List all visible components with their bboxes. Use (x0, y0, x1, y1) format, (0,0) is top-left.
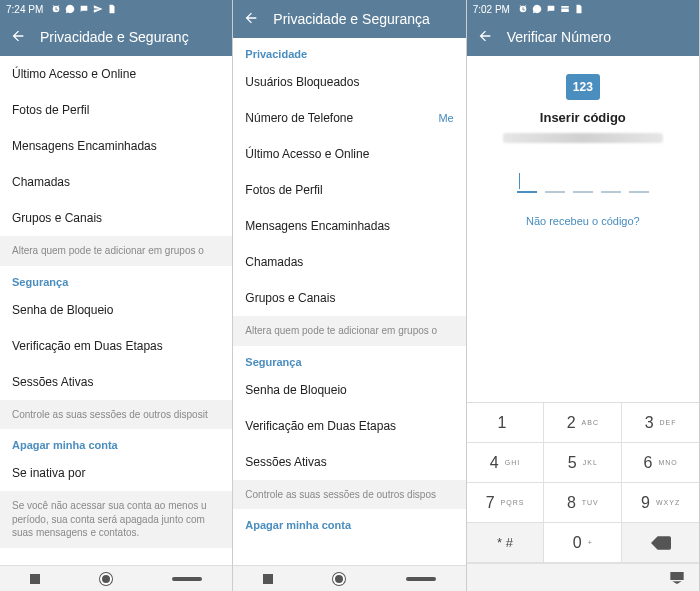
alarm-icon (51, 4, 61, 14)
key-3[interactable]: 3DEF (622, 403, 699, 443)
back-button[interactable] (477, 28, 493, 47)
back-button[interactable] (10, 28, 26, 47)
key-backspace[interactable] (622, 523, 699, 563)
status-bar: 7:24 PM (0, 0, 232, 18)
code-digit-2[interactable] (545, 171, 565, 193)
header-title: Privacidade e Segurança (273, 11, 429, 27)
item-passcode-lock[interactable]: Senha de Bloqueio (233, 372, 465, 408)
section-privacy: Privacidade (233, 38, 465, 64)
key-1[interactable]: 1 (467, 403, 545, 443)
item-active-sessions[interactable]: Sessões Ativas (233, 444, 465, 480)
message-icon (546, 4, 556, 14)
status-time: 7:02 PM (473, 4, 510, 15)
section-security: Segurança (233, 346, 465, 372)
nav-recents-icon[interactable] (30, 574, 40, 584)
security-hint: Controle as suas sessões de outros dispo… (0, 400, 232, 430)
key-4[interactable]: 4GHI (467, 443, 545, 483)
item-groups-channels[interactable]: Grupos e Canais (233, 280, 465, 316)
delete-hint: Se você não acessar sua conta ao menos u… (0, 491, 232, 548)
content-scroll[interactable]: Privacidade Usuários Bloqueados Número d… (233, 38, 465, 565)
item-last-seen[interactable]: Último Acesso e Online (233, 136, 465, 172)
key-0[interactable]: 0+ (544, 523, 622, 563)
phone-number-value: Me (438, 112, 453, 124)
code-digit-3[interactable] (573, 171, 593, 193)
section-security: Segurança (0, 266, 232, 292)
header-title: Privacidade e Seguranç (40, 29, 189, 45)
key-9[interactable]: 9WXYZ (622, 483, 699, 523)
verify-body: 123 Inserir código Não recebeu o código? (467, 56, 699, 402)
key-2[interactable]: 2ABC (544, 403, 622, 443)
backspace-icon (651, 536, 671, 550)
item-phone-number[interactable]: Número de TelefoneMe (233, 100, 465, 136)
back-button[interactable] (243, 10, 259, 29)
item-blocked-users[interactable]: Usuários Bloqueados (233, 64, 465, 100)
security-hint: Controle as suas sessões de outros dispo… (233, 480, 465, 510)
item-profile-photos[interactable]: Fotos de Perfil (233, 172, 465, 208)
sms-code-icon: 123 (566, 74, 600, 100)
android-nav-bar (233, 565, 465, 591)
status-time: 7:24 PM (6, 4, 43, 15)
whatsapp-icon (532, 4, 542, 14)
resend-code-link[interactable]: Não recebeu o código? (526, 215, 640, 227)
keyboard-hide-icon[interactable] (669, 572, 685, 584)
key-star-hash[interactable]: * # (467, 523, 545, 563)
message-icon (79, 4, 89, 14)
nav-back-pill[interactable] (172, 577, 202, 581)
content-scroll[interactable]: Último Acesso e Online Fotos de Perfil M… (0, 56, 232, 565)
app-header: Privacidade e Seguranç (0, 18, 232, 56)
item-active-sessions[interactable]: Sessões Ativas (0, 364, 232, 400)
insert-code-label: Inserir código (540, 110, 626, 125)
app-header: Verificar Número (467, 18, 699, 56)
key-8[interactable]: 8TUV (544, 483, 622, 523)
alarm-icon (518, 4, 528, 14)
sim-icon (107, 4, 117, 14)
item-calls[interactable]: Chamadas (233, 244, 465, 280)
section-delete-account: Apagar minha conta (0, 429, 232, 455)
phone-privacy-security-detail: 7:24 PM Privacidade e Seguranç Último Ac… (0, 0, 233, 591)
send-icon (93, 4, 103, 14)
nav-home-icon[interactable] (333, 573, 345, 585)
item-inactive-for[interactable]: Se inativa por (0, 455, 232, 491)
nav-home-icon[interactable] (100, 573, 112, 585)
android-nav-bar (0, 565, 232, 591)
code-digit-1[interactable] (517, 171, 537, 193)
key-6[interactable]: 6MNO (622, 443, 699, 483)
sim-icon (574, 4, 584, 14)
privacy-hint: Altera quem pode te adicionar em grupos … (0, 236, 232, 266)
item-forwarded-messages[interactable]: Mensagens Encaminhadas (233, 208, 465, 244)
item-last-seen[interactable]: Último Acesso e Online (0, 56, 232, 92)
keypad-bottom-bar (467, 563, 699, 591)
phone-verify-number: 7:02 PM Verificar Número 123 Inserir cód… (467, 0, 700, 591)
whatsapp-icon (65, 4, 75, 14)
numeric-keypad: 1 2ABC 3DEF 4GHI 5JKL 6MNO 7PQRS 8TUV 9W… (467, 402, 699, 591)
item-calls[interactable]: Chamadas (0, 164, 232, 200)
key-5[interactable]: 5JKL (544, 443, 622, 483)
code-input-group[interactable] (517, 171, 649, 193)
item-two-step[interactable]: Verificação em Duas Etapas (0, 328, 232, 364)
section-delete-account: Apagar minha conta (233, 509, 465, 535)
item-passcode-lock[interactable]: Senha de Bloqueio (0, 292, 232, 328)
privacy-hint: Altera quem pode te adicionar em grupos … (233, 316, 465, 346)
header-title: Verificar Número (507, 29, 611, 45)
nav-recents-icon[interactable] (263, 574, 273, 584)
item-forwarded-messages[interactable]: Mensagens Encaminhadas (0, 128, 232, 164)
phone-privacy-security-full: Privacidade e Segurança Privacidade Usuá… (233, 0, 466, 591)
card-icon (560, 4, 570, 14)
status-bar: 7:02 PM (467, 0, 699, 18)
item-two-step[interactable]: Verificação em Duas Etapas (233, 408, 465, 444)
code-digit-4[interactable] (601, 171, 621, 193)
key-7[interactable]: 7PQRS (467, 483, 545, 523)
nav-back-pill[interactable] (406, 577, 436, 581)
app-header: Privacidade e Segurança (233, 0, 465, 38)
code-digit-5[interactable] (629, 171, 649, 193)
item-profile-photos[interactable]: Fotos de Perfil (0, 92, 232, 128)
phone-number-blurred (503, 133, 663, 143)
item-groups-channels[interactable]: Grupos e Canais (0, 200, 232, 236)
